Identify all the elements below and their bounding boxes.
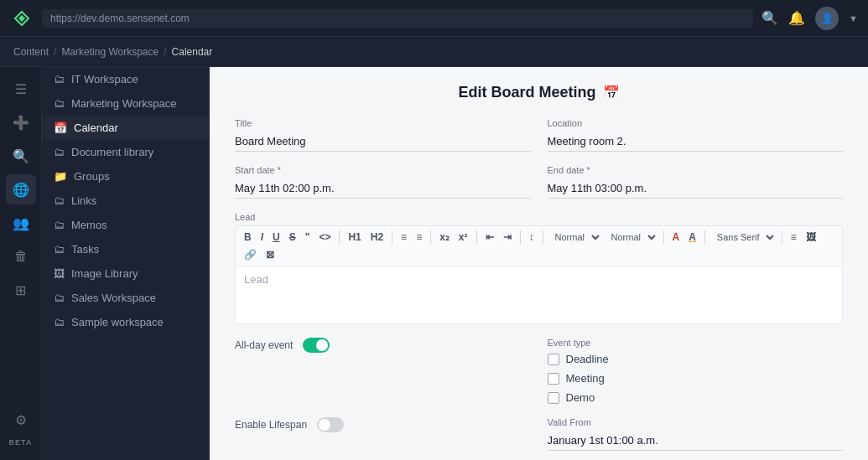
url-bar[interactable]: https://dev.demo.sensenet.com bbox=[42, 9, 753, 28]
lifespan-toggle[interactable] bbox=[317, 417, 344, 432]
chevron-down-icon[interactable]: ▼ bbox=[849, 13, 858, 23]
deadline-label: Deadline bbox=[566, 353, 609, 365]
links-icon: 🗂 bbox=[54, 194, 65, 207]
topbar-icons: 🔍 🔔 👤 ▼ bbox=[761, 7, 858, 30]
sidebar-item-tasks[interactable]: 🗂 Tasks bbox=[42, 237, 209, 261]
link-button[interactable]: 🔗 bbox=[241, 247, 260, 262]
format-select[interactable]: Normal bbox=[548, 230, 602, 245]
workspace-icon: 🗂 bbox=[54, 73, 65, 85]
globe-icon[interactable]: 🌐 bbox=[6, 174, 36, 204]
subscript-button[interactable]: x₂ bbox=[436, 230, 453, 245]
user-avatar[interactable]: 👤 bbox=[815, 7, 839, 30]
blockquote-button[interactable]: " bbox=[302, 230, 314, 245]
h1-button[interactable]: H1 bbox=[345, 230, 364, 245]
font-color-button[interactable]: A bbox=[669, 230, 683, 245]
event-type-deadline[interactable]: Deadline bbox=[548, 353, 844, 365]
users-icon[interactable]: 👥 bbox=[6, 208, 36, 238]
meeting-checkbox[interactable] bbox=[548, 373, 559, 385]
icon-bar: ☰ ➕ 🔍 🌐 👥 🗑 ⊞ ⚙ BETA bbox=[0, 67, 42, 460]
valid-from-input[interactable] bbox=[548, 431, 844, 451]
h2-button[interactable]: H2 bbox=[367, 230, 387, 245]
title-input[interactable] bbox=[235, 132, 531, 152]
sidebar-item-sample-workspace[interactable]: 🗂 Sample workspace bbox=[42, 310, 209, 334]
lead-editor[interactable]: Lead bbox=[235, 266, 843, 324]
breadcrumb-content[interactable]: Content bbox=[13, 46, 49, 58]
code-button[interactable]: <> bbox=[315, 230, 334, 245]
sidebar-item-it-workspace[interactable]: 🗂 IT Workspace bbox=[42, 67, 209, 91]
start-date-input[interactable] bbox=[235, 178, 531, 199]
allday-toggle[interactable] bbox=[303, 338, 330, 353]
line-height-button[interactable]: ↕ bbox=[526, 230, 538, 245]
search-icon[interactable]: 🔍 bbox=[761, 10, 778, 26]
title-group: Title bbox=[235, 118, 531, 152]
tasks-icon: 🗂 bbox=[54, 243, 65, 256]
lifespan-row: Enable Lifespan Valid From bbox=[235, 417, 843, 451]
deadline-checkbox[interactable] bbox=[548, 354, 559, 365]
allday-label: All-day event bbox=[235, 339, 293, 351]
image-library-icon: 🖼 bbox=[54, 267, 65, 280]
doc-library-icon: 🗂 bbox=[54, 146, 65, 158]
rte-sep-1 bbox=[339, 230, 340, 244]
sidebar-item-sales-workspace[interactable]: 🗂 Sales Workspace bbox=[42, 286, 209, 310]
indent-right-button[interactable]: ⇥ bbox=[500, 230, 515, 245]
event-type-group: Event type Deadline Meeting Demo bbox=[548, 338, 844, 404]
sidebar-item-marketing-workspace[interactable]: 🗂 Marketing Workspace bbox=[42, 91, 209, 116]
app-logo[interactable] bbox=[10, 7, 34, 30]
strikethrough-button[interactable]: S bbox=[286, 230, 299, 245]
highlight-button[interactable]: A bbox=[685, 230, 699, 245]
widgets-icon[interactable]: ⊞ bbox=[6, 275, 36, 305]
event-type-label: Event type bbox=[548, 338, 844, 348]
content-area: Edit Board Meeting 📅 Title Location Star… bbox=[210, 67, 868, 460]
bullet-list-button[interactable]: ≡ bbox=[398, 230, 410, 245]
end-date-input[interactable] bbox=[548, 178, 844, 199]
sidebar-item-image-library[interactable]: 🖼 Image Library bbox=[42, 261, 209, 286]
bold-button[interactable]: B bbox=[241, 230, 255, 245]
italic-button[interactable]: I bbox=[257, 230, 267, 245]
ordered-list-button[interactable]: ≡ bbox=[413, 230, 425, 245]
event-type-meeting[interactable]: Meeting bbox=[548, 372, 844, 385]
rte-sep-5 bbox=[520, 230, 521, 244]
event-type-demo[interactable]: Demo bbox=[548, 391, 844, 404]
lifespan-toggle-knob bbox=[319, 419, 330, 431]
location-input[interactable] bbox=[548, 132, 844, 152]
memos-icon: 🗂 bbox=[54, 219, 65, 231]
rte-sep-3 bbox=[430, 230, 431, 244]
rte-sep-9 bbox=[782, 230, 782, 244]
sidebar-item-calendar[interactable]: 📅 Calendar bbox=[42, 116, 209, 140]
location-label: Location bbox=[548, 118, 844, 128]
breadcrumb-marketing[interactable]: Marketing Workspace bbox=[61, 46, 159, 58]
superscript-button[interactable]: x² bbox=[455, 230, 471, 245]
sidebar-label: Image Library bbox=[71, 267, 138, 280]
sidebar-label: Sample workspace bbox=[71, 316, 164, 328]
indent-left-button[interactable]: ⇤ bbox=[482, 230, 497, 245]
add-button[interactable]: ➕ bbox=[6, 107, 36, 137]
rte-sep-7 bbox=[663, 230, 664, 244]
underline-button[interactable]: U bbox=[269, 230, 283, 245]
sidebar-label: Document library bbox=[71, 146, 153, 158]
allday-toggle-row: All-day event bbox=[235, 338, 531, 353]
size-select[interactable]: Normal bbox=[605, 230, 658, 245]
image-button[interactable]: 🖼 bbox=[803, 230, 819, 245]
workspace-icon: 🗂 bbox=[54, 292, 65, 304]
search-nav-icon[interactable]: 🔍 bbox=[6, 141, 36, 171]
demo-label: Demo bbox=[566, 391, 595, 404]
align-button[interactable]: ≡ bbox=[787, 230, 800, 245]
title-location-row: Title Location bbox=[235, 118, 843, 152]
sidebar-item-document-library[interactable]: 🗂 Document library bbox=[42, 140, 209, 164]
notifications-icon[interactable]: 🔔 bbox=[788, 10, 805, 26]
hamburger-menu[interactable]: ☰ bbox=[6, 74, 36, 104]
demo-checkbox[interactable] bbox=[548, 392, 559, 404]
special-chars-button[interactable]: ⊠ bbox=[262, 247, 278, 262]
sidebar-item-memos[interactable]: 🗂 Memos bbox=[42, 213, 209, 237]
valid-from-label: Valid From bbox=[548, 417, 844, 427]
sidebar-item-links[interactable]: 🗂 Links bbox=[42, 189, 209, 213]
sidebar-label: Groups bbox=[74, 170, 110, 183]
form-title-text: Edit Board Meeting bbox=[458, 84, 595, 101]
allday-eventtype-row: All-day event Event type Deadline Meetin… bbox=[235, 338, 843, 404]
settings-icon[interactable]: ⚙ bbox=[6, 405, 36, 435]
font-family-select[interactable]: Sans Serif bbox=[710, 230, 777, 245]
calendar-icon: 📅 bbox=[54, 121, 67, 134]
trash-icon[interactable]: 🗑 bbox=[6, 241, 36, 271]
allday-group: All-day event bbox=[235, 338, 531, 404]
sidebar-item-groups[interactable]: 📁 Groups bbox=[42, 164, 209, 189]
